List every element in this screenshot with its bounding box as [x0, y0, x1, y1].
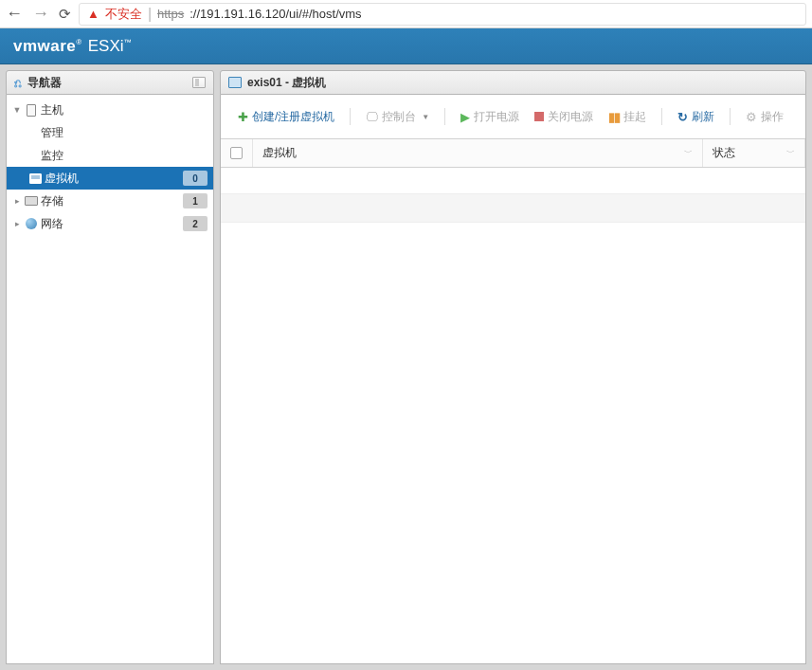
host-icon [27, 104, 36, 117]
expand-toggle-icon[interactable]: ▸ [12, 219, 22, 228]
nav-item-network[interactable]: ▸ 网络 2 [7, 212, 213, 235]
sidebar: ⎌ 导航器 ▼ 主机 管理 监控 虚拟机 0 [6, 70, 214, 664]
gear-icon: ⚙ [746, 110, 757, 124]
power-off-button[interactable]: 关闭电源 [529, 106, 599, 128]
insecure-warning-icon: ▲ [87, 7, 99, 21]
browser-toolbar: ← → ⟳ ▲ 不安全 | https://191.191.16.120/ui/… [0, 0, 812, 28]
refresh-button[interactable]: ↻ 刷新 [672, 106, 720, 128]
vm-icon [228, 77, 242, 88]
vmware-header: vmware® ESXi™ [0, 28, 812, 64]
select-all-cell[interactable] [221, 139, 253, 167]
stop-icon [534, 112, 544, 121]
url-scheme: https [157, 7, 184, 21]
storage-icon [25, 196, 38, 206]
refresh-icon: ↻ [677, 110, 688, 124]
product-name: ESXi™ [88, 37, 132, 56]
nav-item-host[interactable]: ▼ 主机 [7, 99, 213, 121]
forward-button: → [32, 4, 49, 24]
pause-icon: ▮▮ [608, 110, 620, 124]
table-row[interactable] [221, 168, 805, 194]
network-count-badge: 2 [183, 216, 208, 231]
column-state[interactable]: 状态 ﹀ [703, 139, 805, 167]
content-title: exis01 - 虚拟机 [247, 75, 326, 91]
power-on-button[interactable]: ▶ 打开电源 [455, 106, 525, 128]
navigator-title: 导航器 [27, 75, 62, 91]
storage-count-badge: 1 [183, 193, 208, 208]
nav-item-manage[interactable]: 管理 [7, 121, 213, 144]
reload-button[interactable]: ⟳ [59, 6, 71, 23]
vm-toolbar: ✚ 创建/注册虚拟机 🖵 控制台 ▼ ▶ 打开电源 关闭电源 [221, 95, 805, 138]
create-register-vm-button[interactable]: ✚ 创建/注册虚拟机 [232, 106, 340, 128]
table-row[interactable] [221, 194, 805, 223]
vmware-logo: vmware® [13, 37, 82, 56]
expand-toggle-icon[interactable]: ▸ [12, 196, 22, 206]
address-bar[interactable]: ▲ 不安全 | https://191.191.16.120/ui/#/host… [79, 3, 806, 26]
chevron-down-icon[interactable]: ﹀ [684, 147, 693, 159]
content-panel: exis01 - 虚拟机 ✚ 创建/注册虚拟机 🖵 控制台 ▼ ▶ 打开电源 [220, 70, 806, 664]
collapse-sidebar-icon[interactable] [192, 77, 206, 88]
nav-item-monitor[interactable]: 监控 [7, 144, 213, 167]
expand-toggle-icon[interactable]: ▼ [12, 105, 22, 115]
url-path: ://191.191.16.120/ui/#/host/vms [189, 7, 361, 21]
vm-count-badge: 0 [183, 171, 208, 186]
nav-tree: ▼ 主机 管理 监控 虚拟机 0 ▸ 存储 [7, 99, 213, 235]
table-header: 虚拟机 ﹀ 状态 ﹀ [221, 139, 805, 168]
console-button[interactable]: 🖵 控制台 ▼ [360, 106, 435, 128]
chevron-down-icon[interactable]: ﹀ [786, 147, 795, 159]
back-button[interactable]: ← [6, 4, 23, 24]
create-vm-icon: ✚ [238, 110, 248, 124]
vm-table: 虚拟机 ﹀ 状态 ﹀ [221, 138, 805, 223]
navigator-icon: ⎌ [14, 76, 22, 90]
play-icon: ▶ [460, 110, 470, 124]
select-all-checkbox[interactable] [230, 147, 243, 159]
actions-button[interactable]: ⚙ 操作 [740, 106, 789, 128]
insecure-label: 不安全 [105, 6, 142, 23]
suspend-button[interactable]: ▮▮ 挂起 [603, 106, 652, 128]
console-icon: 🖵 [366, 110, 378, 124]
navigator-header: ⎌ 导航器 [6, 70, 214, 95]
vm-icon [29, 173, 42, 184]
column-vm-name[interactable]: 虚拟机 ﹀ [253, 139, 703, 167]
nav-item-vms[interactable]: 虚拟机 0 [7, 167, 213, 190]
nav-item-storage[interactable]: ▸ 存储 1 [7, 190, 213, 212]
network-icon [26, 218, 37, 229]
content-header: exis01 - 虚拟机 [220, 70, 806, 95]
chevron-down-icon: ▼ [422, 113, 429, 121]
